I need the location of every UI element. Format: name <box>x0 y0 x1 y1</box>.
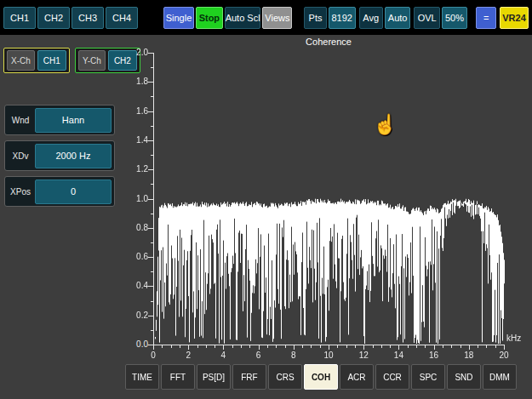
x-minor-tick <box>355 345 356 348</box>
x-channel-value[interactable]: CH1 <box>37 50 66 71</box>
x-minor-tick <box>390 345 391 348</box>
x-tick-mark <box>294 345 295 350</box>
tab-coh[interactable]: COH <box>304 364 338 390</box>
x-minor-tick <box>249 345 250 348</box>
coherence-trace-canvas[interactable] <box>154 53 505 345</box>
x-minor-tick <box>180 345 180 348</box>
x-position-label: XPos <box>8 187 33 197</box>
x-minor-tick <box>285 345 286 348</box>
x-position-value[interactable]: 0 <box>35 180 112 204</box>
x-tick-mark <box>223 345 224 350</box>
x-tick-mark <box>363 345 364 350</box>
x-tick-mark <box>188 345 189 350</box>
y-tick-label: 1.2 <box>121 164 148 174</box>
y-minor-tick <box>151 126 153 127</box>
x-minor-tick <box>206 345 207 348</box>
x-minor-tick <box>486 345 487 348</box>
x-minor-tick <box>311 345 312 348</box>
plot-area[interactable] <box>153 53 505 345</box>
x-minor-tick <box>337 345 338 348</box>
x-minor-tick <box>215 345 215 348</box>
x-channel-selector[interactable]: X-Ch CH1 <box>3 48 70 73</box>
tab-spc[interactable]: SPC <box>411 364 445 390</box>
single-button[interactable]: Single <box>163 7 194 29</box>
y-tick-label: 0.0 <box>121 339 148 349</box>
channel-button-ch3[interactable]: CH3 <box>72 7 104 29</box>
x-tick-mark <box>434 345 435 350</box>
y-tick-label: 1.4 <box>121 135 148 145</box>
x-tick-label: 2 <box>178 351 198 360</box>
x-position-control[interactable]: XPos 0 <box>4 176 115 207</box>
channel-button-ch2[interactable]: CH2 <box>37 7 70 29</box>
x-division-control[interactable]: XDv 2000 Hz <box>4 140 115 171</box>
x-tick-mark <box>259 345 260 350</box>
x-minor-tick <box>443 345 443 348</box>
x-tick-label: 16 <box>424 351 444 360</box>
channel-button-ch1[interactable]: CH1 <box>3 7 36 29</box>
tab-psd[interactable]: PS[D] <box>197 364 231 390</box>
x-minor-tick <box>171 345 172 348</box>
window-function-control[interactable]: Wnd Hann <box>4 105 115 135</box>
x-division-label: XDv <box>8 151 33 161</box>
pts-label: Pts <box>304 7 326 29</box>
pts-value[interactable]: 8192 <box>329 7 356 29</box>
x-minor-tick <box>197 345 198 348</box>
x-tick-label: 12 <box>353 351 374 360</box>
x-tick-mark <box>153 345 154 350</box>
x-minor-tick <box>232 345 233 348</box>
vr24-button[interactable]: VR24 <box>500 7 529 29</box>
stop-button[interactable]: Stop <box>196 7 223 29</box>
x-tick-label: 0 <box>143 351 163 360</box>
ovl-value[interactable]: 50% <box>442 7 467 29</box>
x-tick-label: 20 <box>494 351 514 360</box>
auto-scale-button[interactable]: Auto Scl <box>225 7 261 29</box>
tab-dmm[interactable]: DMM <box>483 364 517 390</box>
x-minor-tick <box>381 345 382 348</box>
x-minor-tick <box>478 345 478 348</box>
x-minor-tick <box>460 345 461 348</box>
x-minor-tick <box>276 345 277 348</box>
tab-ccr[interactable]: CCR <box>375 364 409 390</box>
tab-snd[interactable]: SND <box>447 364 481 390</box>
y-minor-tick <box>151 330 153 331</box>
y-tick-label: 0.8 <box>121 223 148 232</box>
x-tick-label: 8 <box>283 351 304 360</box>
y-tick-mark <box>148 169 153 170</box>
equals-button[interactable]: = <box>476 7 496 29</box>
x-axis-unit-label: kHz <box>506 333 521 343</box>
x-minor-tick <box>346 345 347 348</box>
channel-button-group: CH1CH2CH3CH4 <box>3 7 138 29</box>
tab-fft[interactable]: FFT <box>161 364 195 390</box>
tab-crs[interactable]: CRS <box>268 364 302 390</box>
y-tick-label: 1.6 <box>121 106 148 116</box>
x-tick-label: 18 <box>459 351 479 360</box>
window-function-value[interactable]: Hann <box>35 108 112 133</box>
y-tick-mark <box>148 82 153 83</box>
plot-title: Coherence <box>153 37 504 47</box>
x-tick-mark <box>504 345 505 350</box>
avg-value[interactable]: Auto <box>385 7 411 29</box>
y-tick-mark <box>148 111 153 112</box>
top-toolbar: CH1CH2CH3CH4 Single Stop Auto Scl Views … <box>0 0 532 35</box>
x-tick-label: 10 <box>318 351 339 360</box>
y-tick-label: 1.0 <box>121 194 148 203</box>
tab-time[interactable]: TIME <box>125 364 159 390</box>
y-tick-label: 0.2 <box>121 311 148 320</box>
x-minor-tick <box>241 345 242 348</box>
x-tick-label: 4 <box>213 351 233 360</box>
y-tick-label: 0.6 <box>121 252 148 261</box>
x-tick-label: 6 <box>249 351 269 360</box>
window-function-label: Wnd <box>8 116 33 125</box>
x-division-value[interactable]: 2000 Hz <box>35 144 112 168</box>
measurement-tab-bar: TIMEFFTPS[D]FRFCRSCOHACRCCRSPCSNDDMM <box>125 364 517 390</box>
tab-frf[interactable]: FRF <box>232 364 266 390</box>
x-minor-tick <box>302 345 303 348</box>
y-tick-mark <box>148 257 153 258</box>
channel-button-ch4[interactable]: CH4 <box>106 7 138 29</box>
y-tick-mark <box>148 228 153 229</box>
y-minor-tick <box>151 214 153 214</box>
x-minor-tick <box>373 345 374 348</box>
tab-acr[interactable]: ACR <box>340 364 374 390</box>
views-button[interactable]: Views <box>262 7 292 29</box>
y-minor-tick <box>151 155 153 156</box>
